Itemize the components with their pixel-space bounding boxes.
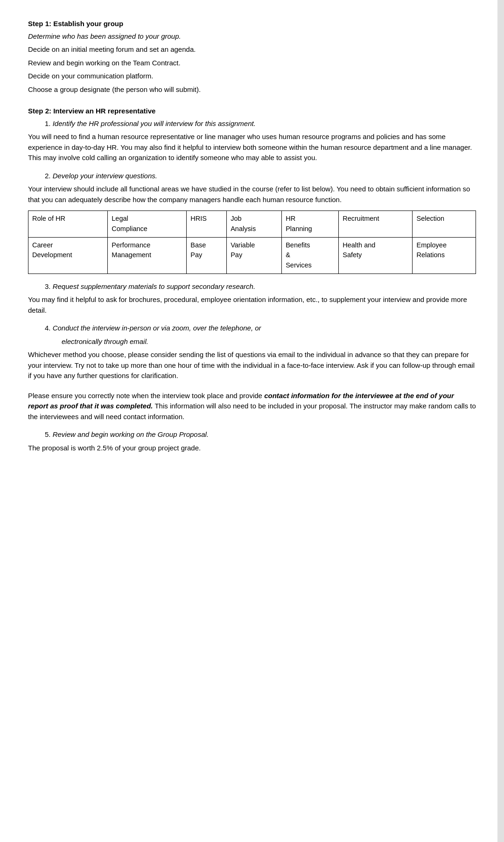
- step1-item1: Determine who has been assigned to your …: [28, 31, 476, 42]
- cell-recruitment: Recruitment: [339, 211, 413, 238]
- functional-areas-table: Role of HR LegalCompliance HRIS JobAnaly…: [28, 210, 476, 274]
- step2-sub4-heading-line1: 4. Conduct the interview in-person or vi…: [45, 323, 476, 334]
- step2-sub3: 3. Request supplementary materials to su…: [28, 281, 476, 316]
- step2-sub3-heading: 3. Request supplementary materials to su…: [45, 281, 476, 292]
- step2-sub5: 5. Review and begin working on the Group…: [28, 429, 476, 453]
- step2-sub4-heading-line2: electronically through email.: [62, 337, 476, 347]
- cell-base-pay: BasePay: [187, 237, 227, 274]
- table-row-1: Role of HR LegalCompliance HRIS JobAnaly…: [28, 211, 476, 238]
- cell-health: Health andSafety: [339, 237, 413, 274]
- cell-hris: HRIS: [187, 211, 227, 238]
- step2-sub3-body: You may find it helpful to ask for broch…: [28, 295, 476, 316]
- step2-sub1: 1. Identify the HR professional you will…: [28, 119, 476, 163]
- cell-performance: PerformanceManagement: [108, 237, 187, 274]
- cell-benefits: Benefits&Services: [282, 237, 339, 274]
- scrollbar[interactable]: [497, 0, 504, 483]
- cell-job: JobAnalysis: [227, 211, 282, 238]
- step2-sub2-heading: 2. Develop your interview questions.: [45, 171, 476, 182]
- step2-sub1-heading: 1. Identify the HR professional you will…: [45, 119, 476, 129]
- step2-sub2: 2. Develop your interview questions. You…: [28, 171, 476, 205]
- step2-sub4-body: Whichever method you choose, please cons…: [28, 350, 476, 381]
- step2-sub2-body: Your interview should include all functi…: [28, 184, 476, 205]
- cell-role-hr: Role of HR: [28, 211, 108, 238]
- step1-item3: Review and begin working on the Team Con…: [28, 58, 476, 69]
- table-row-2: CareerDevelopment PerformanceManagement …: [28, 237, 476, 274]
- contact-pre: Please ensure you correctly note when th…: [28, 392, 264, 400]
- step2-sub3-italic: Request supplementary materials to suppo…: [53, 282, 255, 290]
- step2-sub5-heading: 5. Review and begin working on the Group…: [45, 429, 476, 440]
- step1-item2: Decide on an initial meeting forum and s…: [28, 44, 476, 55]
- step1-item5: Choose a group designate (the person who…: [28, 84, 476, 95]
- cell-variable-pay: VariablePay: [227, 237, 282, 274]
- cell-selection: Selection: [413, 211, 476, 238]
- step2-sub5-italic: Review and begin working on the Group Pr…: [53, 430, 209, 438]
- cell-legal: LegalCompliance: [108, 211, 187, 238]
- cell-career: CareerDevelopment: [28, 237, 108, 274]
- cell-employee-relations: EmployeeRelations: [413, 237, 476, 274]
- step2-sub1-body: You will need to find a human resource r…: [28, 132, 476, 163]
- step2-section: Step 2: Interview an HR representative 1…: [28, 106, 476, 453]
- step1-item4: Decide on your communication platform.: [28, 71, 476, 82]
- step2-sub1-italic: Identify the HR professional you will in…: [53, 119, 256, 127]
- step2-title: Step 2: Interview an HR representative: [28, 106, 476, 117]
- step2-sub5-body: The proposal is worth 2.5% of your group…: [28, 443, 476, 454]
- step2-sub2-italic: Develop your interview questions.: [53, 172, 157, 180]
- step1-section: Step 1: Establish your group Determine w…: [28, 19, 476, 95]
- contact-paragraph: Please ensure you correctly note when th…: [28, 391, 476, 422]
- cell-hr-planning: HRPlanning: [282, 211, 339, 238]
- step2-sub4: 4. Conduct the interview in-person or vi…: [28, 323, 476, 381]
- step2-sub4-italic-1: Conduct the interview in-person or via z…: [53, 324, 261, 332]
- step1-title: Step 1: Establish your group: [28, 19, 476, 29]
